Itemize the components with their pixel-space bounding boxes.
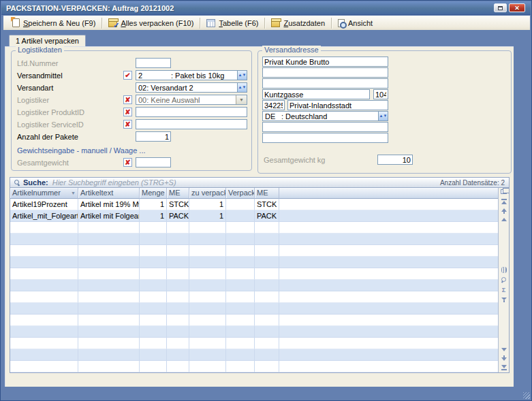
cell[interactable] [10,234,78,245]
cell[interactable] [255,303,279,315]
column-header[interactable]: zu verpacke [189,188,226,199]
cell[interactable] [140,268,167,280]
address-house-field[interactable] [373,89,388,99]
search-bar[interactable]: Suche: Hier Suchbegriff eingeben (STRG+S… [10,178,509,188]
table-row[interactable] [10,222,498,234]
cell[interactable] [255,234,279,245]
cell[interactable] [140,280,167,291]
cell[interactable] [167,291,189,303]
cell[interactable] [255,222,279,234]
cell[interactable]: PACK [255,210,279,222]
cell[interactable] [167,349,189,361]
pack-all-button[interactable]: Alles verpacken (F10) [104,16,198,29]
cell[interactable] [167,361,189,372]
cell[interactable] [140,257,167,268]
cell[interactable] [226,303,255,315]
cell[interactable] [255,280,279,291]
spin-updown-icon[interactable]: ▲▼ [378,112,388,121]
cell[interactable] [78,245,140,257]
cell[interactable] [78,326,140,338]
cell[interactable] [10,303,78,315]
cell[interactable] [255,257,279,268]
cell[interactable]: STCK [167,199,189,210]
produktid-clear-button[interactable]: ✘ [123,108,132,116]
column-header[interactable]: ME [167,188,189,199]
serviceid-field[interactable] [136,119,247,129]
save-new-button[interactable]: Speichern & Neu (F9) [7,16,100,29]
versandart-dropdown[interactable]: 02: Versandart 2 ▲▼ [136,82,247,93]
cell[interactable] [189,257,226,268]
cell[interactable] [189,234,226,245]
cell[interactable] [78,257,140,268]
page-down-icon[interactable] [501,355,507,361]
cell[interactable] [167,268,189,280]
column-header[interactable]: Artikelnummer▼ [10,188,78,199]
filter-icon[interactable] [501,298,507,302]
cell[interactable] [140,234,167,245]
cell[interactable] [167,280,189,291]
cell[interactable]: 1 [189,199,226,210]
next-row-icon[interactable] [501,348,507,351]
cell[interactable] [167,257,189,268]
cell[interactable] [167,303,189,315]
spin-updown-icon[interactable]: ▲▼ [237,83,247,92]
table-row[interactable] [10,361,498,372]
address-name3-field[interactable] [262,78,388,89]
cell[interactable] [255,349,279,361]
cell[interactable] [78,234,140,245]
summary-icon[interactable]: Σ [502,287,505,293]
gesamtgewicht-kg-field[interactable] [377,155,413,165]
cell[interactable] [78,291,140,303]
view-button[interactable]: Ansicht [333,16,377,29]
cell[interactable] [189,291,226,303]
tab-artikel-verpacken[interactable]: 1 Artikel verpacken [9,35,86,46]
cell[interactable]: PACK [167,210,189,222]
spin-updown-icon[interactable]: ▲▼ [237,71,247,80]
cell[interactable] [10,245,78,257]
table-row[interactable] [10,268,498,280]
table-row[interactable] [10,303,498,315]
address-extra1-field[interactable] [262,122,388,132]
address-name2-field[interactable] [262,67,388,78]
go-first-row-icon[interactable] [501,198,507,204]
cell[interactable]: Artikel mit 19% MwSt. [78,199,140,210]
table-row[interactable] [10,338,498,349]
cell[interactable] [78,349,140,361]
cell[interactable] [167,222,189,234]
cell[interactable] [10,315,78,326]
cell[interactable] [140,349,167,361]
logistiker-dropdown[interactable]: 00: Keine Auswahl ▼ [136,95,247,105]
cell[interactable] [10,291,78,303]
cell[interactable] [189,222,226,234]
table-row[interactable] [10,245,498,257]
cell[interactable] [189,326,226,338]
cell[interactable] [167,326,189,338]
cell[interactable]: STCK [255,199,279,210]
cell[interactable] [226,338,255,349]
cell[interactable]: Artikel mit Folgeartikel [78,210,140,222]
table-row[interactable] [10,234,498,245]
cell[interactable] [167,338,189,349]
cell[interactable] [189,338,226,349]
address-zip-field[interactable] [262,100,285,110]
address-city-field[interactable] [287,100,388,110]
additional-data-button[interactable]: Zusatzdaten [266,16,330,29]
close-button[interactable]: ✕ [509,3,525,12]
cell[interactable] [255,326,279,338]
table-row[interactable] [10,315,498,326]
cell[interactable]: 1 [140,210,167,222]
cell[interactable] [255,361,279,372]
cell[interactable]: Artikel19Prozent [10,199,78,210]
versandmittel-check-button[interactable]: ✔ [123,71,132,80]
cell[interactable] [226,210,255,222]
cell[interactable] [189,268,226,280]
cell[interactable] [10,268,78,280]
cell[interactable] [189,303,226,315]
cell[interactable] [226,361,255,372]
pakete-field[interactable] [136,131,171,142]
column-header[interactable]: ME [255,188,279,199]
weight-entry-link[interactable]: Gewichtseingabe - manuell / Waage ... [17,146,146,155]
cell[interactable] [226,268,255,280]
cell[interactable] [226,280,255,291]
column-chooser-icon[interactable] [501,189,507,194]
